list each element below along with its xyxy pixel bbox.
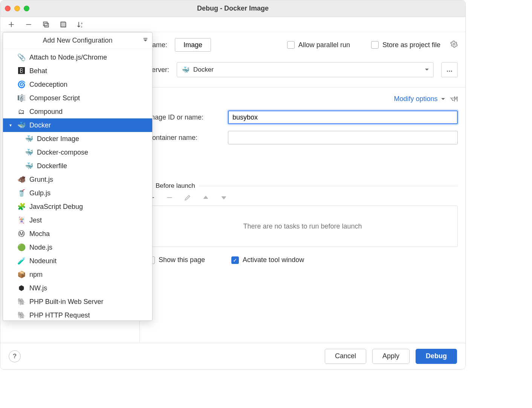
- configuration-type-list[interactable]: 📎Attach to Node.js/Chrome🅱Behat🌀Codecept…: [3, 49, 152, 321]
- config-type-label: Docker: [29, 121, 51, 129]
- cancel-button[interactable]: Cancel: [325, 349, 366, 364]
- config-type-label: Mocha: [29, 230, 50, 238]
- svg-rect-3: [45, 23, 49, 27]
- gulp-icon: 🥤: [17, 189, 26, 197]
- config-type-label: Docker Image: [37, 135, 79, 143]
- checkbox-box-icon: [287, 41, 295, 49]
- popup-title: Add New Configuration: [43, 37, 112, 44]
- config-type-item[interactable]: ⓂMocha: [3, 227, 152, 241]
- show-this-page-checkbox[interactable]: Show this page: [147, 256, 205, 264]
- config-type-label: Attach to Node.js/Chrome: [29, 54, 107, 61]
- store-project-label: Store as project file: [382, 41, 440, 49]
- close-window-icon[interactable]: [5, 6, 11, 11]
- before-launch-label: Before launch: [156, 182, 195, 190]
- nodeunit-icon: 🧪: [17, 257, 26, 265]
- collapse-popup-icon[interactable]: [142, 37, 148, 44]
- remove-config-icon[interactable]: [24, 20, 33, 29]
- codeception-icon: 🌀: [17, 80, 26, 89]
- activate-tool-window-checkbox[interactable]: ✓ Activate tool window: [231, 256, 304, 264]
- mocha-icon: Ⓜ: [17, 230, 26, 238]
- store-as-project-checkbox[interactable]: Store as project file: [371, 41, 440, 49]
- debug-button[interactable]: Debug: [416, 349, 457, 364]
- config-type-label: Compound: [29, 108, 63, 116]
- container-name-input[interactable]: [228, 131, 458, 144]
- config-type-label: Codeception: [29, 81, 67, 89]
- behat-icon: 🅱: [17, 67, 26, 75]
- svg-rect-9: [144, 38, 148, 39]
- remove-task-icon[interactable]: [165, 193, 174, 202]
- php-icon: 🐘: [17, 298, 26, 306]
- config-type-label: Docker-compose: [37, 149, 88, 156]
- config-type-label: Jest: [29, 216, 42, 224]
- svg-point-10: [453, 43, 455, 45]
- config-type-item[interactable]: 🐗Grunt.js: [3, 173, 152, 186]
- before-launch-header[interactable]: ▼ Before launch: [147, 182, 458, 190]
- move-down-icon[interactable]: [220, 193, 228, 202]
- config-type-item[interactable]: ▾🐳Docker: [3, 118, 152, 132]
- image-id-label: Image ID or name:: [147, 114, 219, 121]
- docker-icon: 🐳: [25, 148, 33, 156]
- modify-options-link[interactable]: Modify options: [394, 95, 445, 103]
- image-id-input[interactable]: [228, 110, 458, 124]
- jsdebug-icon: 🧩: [17, 202, 26, 211]
- config-type-item[interactable]: ⬢NW.js: [3, 281, 152, 295]
- config-type-item[interactable]: 🐘PHP Built-in Web Server: [3, 295, 152, 308]
- grunt-icon: 🐗: [17, 175, 26, 184]
- server-browse-button[interactable]: …: [441, 62, 458, 77]
- apply-button[interactable]: Apply: [372, 349, 410, 364]
- config-type-item[interactable]: 🃏Jest: [3, 213, 152, 227]
- config-type-item[interactable]: 📎Attach to Node.js/Chrome: [3, 51, 152, 64]
- config-type-label: Composer Script: [29, 94, 80, 102]
- config-type-item[interactable]: 🟢Node.js: [3, 241, 152, 254]
- name-input[interactable]: [175, 38, 211, 52]
- config-type-label: Nodeunit: [29, 257, 57, 265]
- config-type-item[interactable]: 🌀Codeception: [3, 78, 152, 91]
- gear-icon[interactable]: [450, 40, 458, 50]
- svg-marker-14: [203, 196, 208, 199]
- config-type-item[interactable]: 🐳Dockerfile: [3, 159, 152, 173]
- config-type-item[interactable]: 🎼Composer Script: [3, 91, 152, 105]
- save-config-icon[interactable]: [59, 20, 67, 29]
- config-type-item[interactable]: 🧪Nodeunit: [3, 254, 152, 268]
- divider: [199, 186, 458, 186]
- config-type-item[interactable]: 🅱Behat: [3, 64, 152, 78]
- before-launch-toolbar: [147, 190, 458, 206]
- move-up-icon[interactable]: [202, 193, 210, 202]
- node-icon: 🟢: [17, 243, 26, 252]
- svg-marker-8: [144, 40, 148, 41]
- config-type-item[interactable]: 🐘PHP HTTP Request: [3, 308, 152, 321]
- help-button[interactable]: ?: [9, 350, 21, 362]
- config-type-item[interactable]: 📦npm: [3, 268, 152, 281]
- config-type-item[interactable]: 🗂Compound: [3, 105, 152, 118]
- dialog-footer: ? Cancel Apply Debug: [0, 343, 465, 369]
- docker-icon: 🐳: [17, 121, 26, 129]
- config-toolbar: az: [0, 17, 465, 32]
- config-type-label: Node.js: [29, 244, 52, 252]
- config-type-item[interactable]: 🥤Gulp.js: [3, 186, 152, 200]
- show-page-label: Show this page: [159, 256, 205, 264]
- titlebar: Debug - Docker Image: [0, 0, 465, 17]
- config-type-item[interactable]: 🐳Docker-compose: [3, 146, 152, 159]
- server-dropdown[interactable]: 🐳 Docker: [177, 62, 434, 77]
- modify-options-shortcut: ⌥M: [450, 95, 458, 103]
- sort-config-icon[interactable]: az: [76, 20, 85, 29]
- config-type-label: Behat: [29, 67, 47, 75]
- svg-text:z: z: [81, 25, 83, 28]
- before-launch-tasks-list: There are no tasks to run before launch: [147, 206, 458, 247]
- maximize-window-icon[interactable]: [24, 6, 29, 11]
- divider: [140, 87, 465, 87]
- minimize-window-icon[interactable]: [14, 6, 20, 11]
- config-type-item[interactable]: 🐳Docker Image: [3, 132, 152, 146]
- container-name-label: Container name:: [147, 134, 219, 142]
- config-type-item[interactable]: 🧩JavaScript Debug: [3, 200, 152, 213]
- server-value: Docker: [193, 66, 214, 74]
- docker-icon: 🐳: [25, 162, 33, 170]
- edit-task-icon[interactable]: [183, 193, 192, 202]
- copy-config-icon[interactable]: [42, 20, 50, 29]
- allow-parallel-checkbox[interactable]: Allow parallel run: [287, 41, 350, 49]
- config-type-label: PHP Built-in Web Server: [29, 298, 103, 306]
- empty-tasks-message: There are no tasks to run before launch: [243, 222, 362, 230]
- add-config-icon[interactable]: [7, 20, 15, 29]
- window-controls: [5, 6, 29, 11]
- composer-icon: 🎼: [17, 94, 26, 102]
